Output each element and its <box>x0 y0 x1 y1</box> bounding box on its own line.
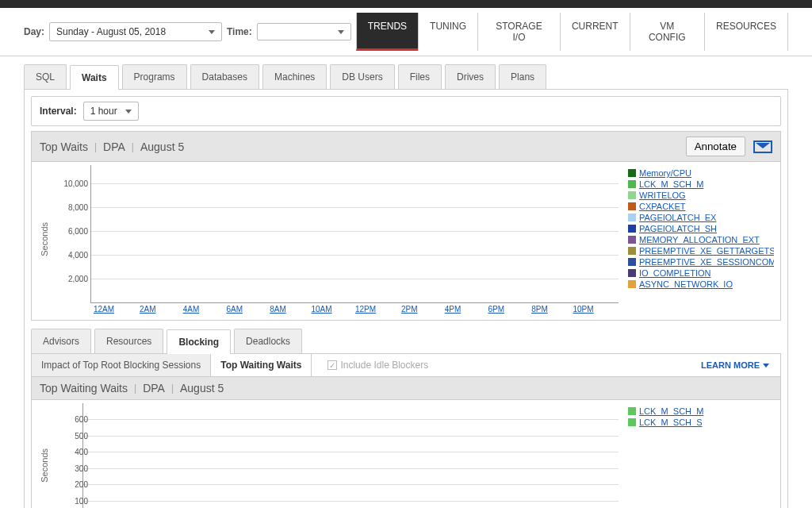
chevron-down-icon <box>338 30 344 34</box>
y-axis-label: Seconds <box>38 448 51 483</box>
legend-link[interactable]: LCK_M_SCH_S <box>639 418 702 427</box>
tab-plans[interactable]: Plans <box>499 64 546 89</box>
annotate-button[interactable]: Annotate <box>686 137 745 156</box>
x-tick-link[interactable]: 12PM <box>355 305 376 314</box>
legend-link[interactable]: IO_COMPLETION <box>639 268 710 278</box>
x-tick-link[interactable]: 4PM <box>445 305 462 314</box>
mail-icon[interactable] <box>753 140 772 153</box>
legend-link[interactable]: PREEMPTIVE_XE_SESSIONCOMMIT <box>639 257 774 267</box>
time-dropdown[interactable] <box>257 23 351 40</box>
legend-item: LCK_M_SCH_M <box>628 179 774 189</box>
tab-db-users[interactable]: DB Users <box>330 64 394 89</box>
chart-grid: 0100200300400500600 <box>82 403 619 508</box>
legend-link[interactable]: CXPACKET <box>639 202 685 211</box>
y-tick: 600 <box>56 415 88 424</box>
legend-link[interactable]: MEMORY_ALLOCATION_EXT <box>639 235 760 244</box>
x-tick-link[interactable]: 4AM <box>183 305 200 314</box>
x-tick: 4AM <box>181 305 201 314</box>
window-topbar <box>0 0 812 8</box>
x-tick-link[interactable]: 6PM <box>488 305 504 314</box>
legend-swatch <box>628 280 636 288</box>
x-tick <box>551 305 571 314</box>
main-tab-resources[interactable]: RESOURCES <box>704 13 788 51</box>
legend-swatch <box>628 214 636 221</box>
learn-more-link[interactable]: LEARN MORE <box>701 360 769 370</box>
main-tab-current[interactable]: CURRENT <box>560 13 630 51</box>
legend-link[interactable]: LCK_M_SCH_M <box>639 179 703 189</box>
x-tick-link[interactable]: 8PM <box>531 305 548 314</box>
tab-machines[interactable]: Machines <box>262 64 327 89</box>
lower-tab-blocking[interactable]: Blocking <box>167 329 231 354</box>
day-dropdown[interactable]: Sunday - August 05, 2018 <box>49 22 222 41</box>
legend-link[interactable]: PREEMPTIVE_XE_GETTARGETSTA <box>639 246 774 256</box>
x-tick <box>421 305 441 314</box>
chart-title-part: DPA <box>103 140 125 153</box>
idle-blockers-checkbox[interactable]: ✓ Include Idle Blockers <box>327 360 428 371</box>
x-tick-link[interactable]: 2AM <box>140 305 156 314</box>
bottom-chart-header: Top Waiting Waits | DPA | August 5 <box>31 377 781 400</box>
lower-tab-resources[interactable]: Resources <box>94 329 163 353</box>
x-tick: 6AM <box>224 305 244 314</box>
x-tick <box>334 305 354 314</box>
legend-item: PREEMPTIVE_XE_GETTARGETSTA <box>628 246 774 256</box>
legend-swatch <box>628 269 636 277</box>
toggle-0[interactable]: Impact of Top Root Blocking Sessions <box>32 354 211 376</box>
x-axis: 12AM2AM4AM6AM8AM10AM12PM2PM4PM6PM8PM10PM <box>90 303 619 314</box>
y-tick: 2,000 <box>56 274 88 283</box>
legend-link[interactable]: LCK_M_SCH_M <box>639 406 703 416</box>
bottom-chart: Seconds 0100200300400500600 12AM2AM4AM6A… <box>31 400 781 508</box>
legend-swatch <box>628 225 636 233</box>
legend-item: Memory/CPU <box>628 168 774 178</box>
chart-legend: LCK_M_SCH_MLCK_M_SCH_S <box>623 403 774 508</box>
main-tab-vm-config[interactable]: VM CONFIG <box>630 13 704 51</box>
chart-title-part: DPA <box>143 382 165 394</box>
x-tick <box>159 305 179 314</box>
tab-drives[interactable]: Drives <box>445 64 496 89</box>
legend-link[interactable]: PAGEIOLATCH_EX <box>639 213 716 222</box>
legend-link[interactable]: PAGEIOLATCH_SH <box>639 224 717 233</box>
x-tick-link[interactable]: 10PM <box>573 305 594 314</box>
x-tick <box>596 305 615 314</box>
x-tick: 10AM <box>312 305 332 314</box>
lower-tabs: AdvisorsResourcesBlockingDeadlocks <box>31 329 781 354</box>
x-tick <box>116 305 136 314</box>
x-tick-link[interactable]: 12AM <box>94 305 114 314</box>
time-label: Time: <box>227 26 252 37</box>
sub-tabs: SQLWaitsProgramsDatabasesMachinesDB User… <box>24 64 788 90</box>
toggle-row: Impact of Top Root Blocking SessionsTop … <box>31 354 781 377</box>
main-tab-tuning[interactable]: TUNING <box>418 13 477 51</box>
tab-databases[interactable]: Databases <box>190 64 259 89</box>
x-tick-link[interactable]: 6AM <box>226 305 243 314</box>
legend-link[interactable]: Memory/CPU <box>639 168 691 178</box>
legend-link[interactable]: WRITELOG <box>639 190 686 200</box>
interval-value: 1 hour <box>90 106 117 117</box>
legend-link[interactable]: ASYNC_NETWORK_IO <box>639 279 733 289</box>
legend-item: LCK_M_SCH_M <box>628 406 774 416</box>
top-chart-header: Top Waits | DPA | August 5 Annotate <box>31 131 781 162</box>
tab-waits[interactable]: Waits <box>70 65 119 90</box>
legend-item: PAGEIOLATCH_EX <box>628 213 774 222</box>
x-tick: 8PM <box>530 305 550 314</box>
lower-tab-advisors[interactable]: Advisors <box>31 329 91 353</box>
x-tick-link[interactable]: 10AM <box>312 305 332 314</box>
idle-label: Include Idle Blockers <box>340 360 428 371</box>
x-tick: 2AM <box>138 305 158 314</box>
tab-files[interactable]: Files <box>398 64 442 89</box>
legend-swatch <box>628 236 636 244</box>
legend-item: WRITELOG <box>628 190 774 200</box>
interval-dropdown[interactable]: 1 hour <box>83 102 139 121</box>
main-tab-trends[interactable]: TRENDS <box>356 13 418 51</box>
x-tick-link[interactable]: 2PM <box>401 305 418 314</box>
interval-row: Interval: 1 hour <box>31 96 781 126</box>
lower-tab-deadlocks[interactable]: Deadlocks <box>234 329 302 353</box>
x-tick-link[interactable]: 8AM <box>270 305 286 314</box>
tab-programs[interactable]: Programs <box>122 64 187 89</box>
chart-legend: Memory/CPULCK_M_SCH_MWRITELOGCXPACKETPAG… <box>623 165 774 314</box>
filter-bar: Day: Sunday - August 05, 2018 Time: TREN… <box>0 8 812 56</box>
x-tick: 12AM <box>94 305 114 314</box>
tab-sql[interactable]: SQL <box>24 64 67 89</box>
y-axis-label: Seconds <box>38 222 51 256</box>
toggle-1[interactable]: Top Waiting Waits <box>211 354 312 376</box>
interval-label: Interval: <box>40 106 77 117</box>
main-tab-storage-i-o[interactable]: STORAGE I/O <box>477 13 560 51</box>
